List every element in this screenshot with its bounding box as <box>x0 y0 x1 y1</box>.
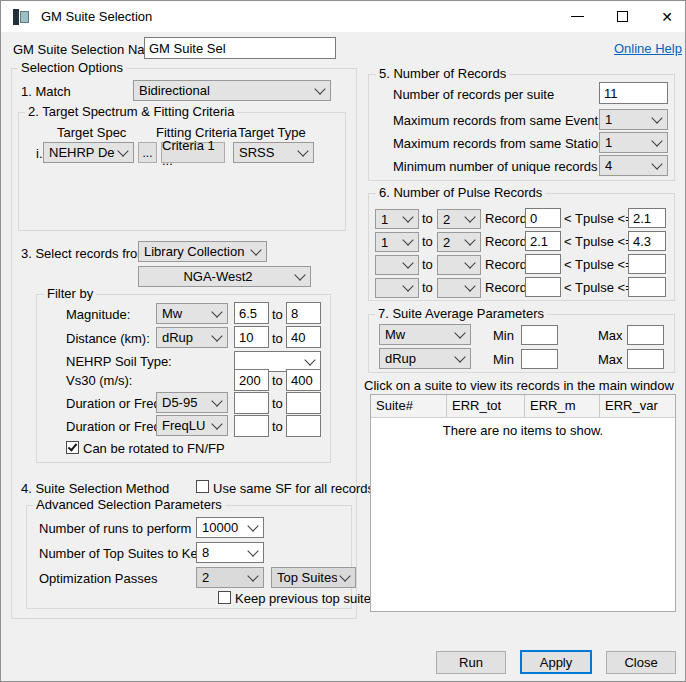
magnitude-label: Magnitude: <box>66 307 130 322</box>
passes-combo[interactable]: 2 <box>196 567 264 588</box>
pulse-from-combo[interactable] <box>375 255 419 275</box>
minimize-button[interactable] <box>562 1 592 32</box>
avg-param1-max-input[interactable] <box>627 325 664 345</box>
magnitude-to-input[interactable] <box>286 302 321 324</box>
column-header-err-tot[interactable]: ERR_tot <box>447 395 525 417</box>
pulse-tpulse-label: < Tpulse <= <box>564 234 633 249</box>
chevron-down-icon <box>402 257 413 268</box>
suite-average-title: 7. Suite Average Parameters <box>375 307 547 321</box>
duration2-to-input[interactable] <box>286 415 321 437</box>
pulse-min-input[interactable] <box>525 254 561 274</box>
max-event-combo[interactable]: 1 <box>599 109 668 130</box>
target-type-combo[interactable]: SRSS <box>233 142 314 163</box>
pulse-max-input[interactable] <box>628 254 666 274</box>
pulse-from-combo[interactable] <box>375 278 419 298</box>
chevron-down-icon <box>464 280 475 291</box>
per-suite-input[interactable] <box>599 82 668 104</box>
fitting-criteria-button[interactable]: Criteria 1 ... <box>161 142 225 163</box>
match-label: 1. Match <box>21 84 71 99</box>
magnitude-param-combo[interactable]: Mw <box>156 303 228 324</box>
duration1-from-input[interactable] <box>234 392 269 414</box>
avg-param2-combo[interactable]: dRup <box>379 348 471 369</box>
pulse-max-input[interactable] <box>628 231 666 251</box>
vs30-to-input[interactable] <box>286 369 321 391</box>
same-sf-label: Use same SF for all records <box>213 481 374 496</box>
pulse-from-combo[interactable]: 1 <box>375 209 419 229</box>
target-spectrum-title: 2. Target Spectrum & Fitting Criteria <box>25 105 237 119</box>
min-unique-label: Minimum number of unique records <box>393 159 597 174</box>
top-suites-combo[interactable]: 8 <box>196 542 264 563</box>
pulse-to-combo[interactable] <box>437 278 481 298</box>
magnitude-from-input[interactable] <box>234 302 269 324</box>
distance-label: Distance (km): <box>66 331 150 346</box>
vs30-from-input[interactable] <box>234 369 269 391</box>
pulse-to-combo[interactable] <box>437 255 481 275</box>
close-window-button[interactable]: ✕ <box>651 1 683 32</box>
pulse-to-combo[interactable]: 2 <box>437 209 481 229</box>
col-target-spec: Target Spec <box>57 125 126 140</box>
chevron-down-icon <box>464 211 475 222</box>
keep-previous-label: Keep previous top suites <box>235 591 377 606</box>
avg-param2-max-input[interactable] <box>627 349 664 369</box>
close-button[interactable]: Close <box>606 651 676 674</box>
distance-from-input[interactable] <box>234 326 269 348</box>
min-unique-combo[interactable]: 4 <box>599 155 668 176</box>
duration1-to-input[interactable] <box>286 392 321 414</box>
chevron-down-icon <box>247 545 258 556</box>
column-header-err-var[interactable]: ERR_var <box>600 395 675 417</box>
distance-param-combo[interactable]: dRup <box>156 327 228 348</box>
match-combo[interactable]: Bidirectional <box>133 80 331 101</box>
passes-mode-combo[interactable]: Top Suites On <box>271 567 356 588</box>
keep-previous-checkbox[interactable] <box>218 591 231 604</box>
avg-param1-min-input[interactable] <box>521 325 558 345</box>
chevron-down-icon <box>402 234 413 245</box>
target-spec-combo[interactable]: NEHRP Default <box>43 142 134 163</box>
column-header-err-m[interactable]: ERR_m <box>525 395 600 417</box>
minimize-icon <box>571 16 584 17</box>
method-label: 4. Suite Selection Method <box>21 481 169 496</box>
duration2-param-combo[interactable]: FreqLU <box>156 415 228 436</box>
duration2-from-input[interactable] <box>234 415 269 437</box>
max-station-combo[interactable]: 1 <box>599 132 668 153</box>
avg-param2-min-input[interactable] <box>521 349 558 369</box>
pulse-min-input[interactable] <box>525 208 561 228</box>
avg-param1-combo[interactable]: Mw <box>379 324 471 345</box>
duration2-to-label: to <box>272 419 283 434</box>
max-station-label: Maximum records from same Station <box>393 136 605 151</box>
pulse-from-combo[interactable]: 1 <box>375 232 419 252</box>
records-database-combo[interactable]: NGA-West2 <box>138 266 311 287</box>
run-button[interactable]: Run <box>436 651 506 674</box>
chevron-down-icon <box>117 145 128 156</box>
browse-spectrum-button[interactable]: ... <box>138 142 157 163</box>
pulse-min-input[interactable] <box>525 231 561 251</box>
empty-list-message: There are no items to show. <box>371 423 675 438</box>
records-source-combo[interactable]: Library Collection <box>138 241 267 262</box>
online-help-link[interactable]: Online Help <box>614 41 682 56</box>
chevron-down-icon <box>297 145 308 156</box>
pulse-to-combo[interactable]: 2 <box>437 232 481 252</box>
chevron-down-icon <box>454 351 465 362</box>
runs-combo[interactable]: 10000 <box>196 517 264 538</box>
pulse-tpulse-label: < Tpulse <= <box>564 257 633 272</box>
chevron-down-icon <box>402 280 413 291</box>
col-target-type: Target Type <box>238 125 306 140</box>
chevron-down-icon <box>294 269 305 280</box>
pulse-min-input[interactable] <box>525 277 561 297</box>
same-sf-checkbox[interactable] <box>196 480 209 493</box>
suites-table-header: Suite# ERR_tot ERR_m ERR_var <box>371 395 675 418</box>
duration1-param-combo[interactable]: D5-95 <box>156 392 228 413</box>
rotated-fnfp-checkbox[interactable] <box>66 441 79 454</box>
pulse-max-input[interactable] <box>628 208 666 228</box>
pulse-tpulse-label: < Tpulse <= <box>564 280 633 295</box>
maximize-icon <box>617 11 628 22</box>
maximize-button[interactable] <box>607 1 637 32</box>
column-header-suite[interactable]: Suite# <box>371 395 447 417</box>
chevron-down-icon <box>247 570 258 581</box>
suite-name-input[interactable] <box>144 37 336 59</box>
avg-min-label: Min <box>493 352 514 367</box>
distance-to-input[interactable] <box>286 326 321 348</box>
chevron-down-icon <box>250 244 261 255</box>
pulse-max-input[interactable] <box>628 277 666 297</box>
apply-button[interactable]: Apply <box>520 650 592 674</box>
chevron-down-icon <box>651 158 662 169</box>
